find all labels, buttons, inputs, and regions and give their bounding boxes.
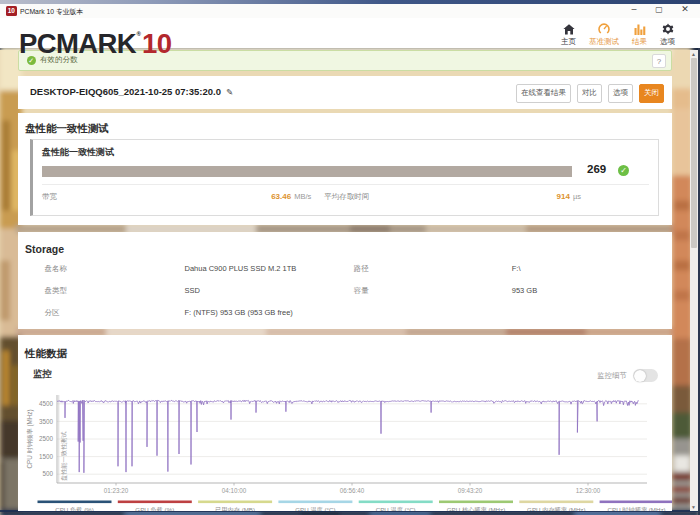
nav-benchmarks-label: 基准测试 — [589, 37, 619, 47]
storage-field-label: 容量 — [354, 286, 512, 296]
access-time-label: 平均存取时间 — [324, 192, 369, 202]
x-tick-label: 01:23:20 — [103, 487, 128, 494]
edit-icon[interactable]: ✎ — [226, 87, 233, 97]
access-time-unit: µs — [573, 192, 581, 201]
compare-button[interactable]: 对比 — [577, 84, 602, 103]
storage-card: Storage 盘名称Dahua C900 PLUS SSD M.2 1TB路径… — [18, 232, 673, 329]
y-tick-label: 2500 — [38, 435, 53, 442]
nav-benchmarks[interactable]: 基准测试 — [589, 23, 619, 47]
storage-field-label: 路径 — [354, 264, 512, 274]
legend-label[interactable]: CPU 温度 (°C) — [375, 506, 415, 512]
storage-row: 盘类型SSD容量953 GB — [45, 280, 664, 302]
result-title: DESKTOP-EIQQ605_2021-10-25 07:35:20.0✎ — [30, 86, 233, 97]
bandwidth-label: 带宽 — [42, 192, 57, 202]
score-bar — [42, 166, 572, 177]
performance-data-card: 性能数据 监控 监控细节 500150025003500450001:23:20… — [18, 335, 673, 511]
x-tick-label: 06:56:40 — [339, 487, 364, 494]
storage-field-label: 分区 — [45, 308, 185, 318]
legend-swatch[interactable] — [358, 501, 432, 504]
legend-label[interactable]: 已用内存 (MB) — [215, 506, 255, 512]
close-window-button[interactable]: ✕ — [677, 3, 693, 16]
storage-card-title: Storage — [25, 243, 64, 255]
options-button[interactable]: 选项 — [608, 84, 633, 103]
maximize-button[interactable]: ▢ — [651, 3, 667, 16]
bandwidth-stat: 带宽 63.46 MB/s — [42, 192, 324, 202]
legend-swatch[interactable] — [117, 501, 191, 504]
access-time-stat: 平均存取时间 914 µs — [324, 192, 649, 202]
benchmarks-icon — [598, 23, 610, 35]
storage-row: 盘名称Dahua C900 PLUS SSD M.2 1TB路径F:\ — [45, 258, 664, 280]
storage-field-value: F:\ — [512, 264, 521, 274]
storage-field: 路径F:\ — [354, 264, 663, 274]
storage-field: 容量953 GB — [354, 286, 663, 296]
legend-label[interactable]: GPU 负载 (%) — [135, 506, 174, 512]
help-button[interactable]: ? — [652, 54, 666, 68]
storage-info: 盘名称Dahua C900 PLUS SSD M.2 1TB路径F:\盘类型SS… — [45, 258, 664, 324]
legend-swatch[interactable] — [599, 501, 672, 504]
bandwidth-unit: MB/s — [294, 192, 311, 201]
main-nav: 主页基准测试结果选项 — [561, 23, 675, 47]
score-valid-icon: ✓ — [618, 165, 629, 176]
close-button[interactable]: 关闭 — [639, 84, 664, 103]
storage-field-value: 953 GB — [512, 286, 537, 296]
legend-label[interactable]: GPU 核心频率 (MHz) — [446, 506, 504, 512]
registered-mark: ® — [137, 31, 141, 37]
window-titlebar: 10 PCMark 10 专业版本 – ▢ ✕ — [0, 0, 700, 18]
access-time-value: 914 — [557, 192, 570, 201]
legend-swatch[interactable] — [519, 501, 593, 504]
bandwidth-value: 63.46 — [271, 192, 291, 201]
storage-field-value: F: (NTFS) 953 GB (953 GB free) — [185, 308, 293, 318]
nav-results-label: 结果 — [632, 37, 647, 47]
nav-options[interactable]: 选项 — [660, 23, 675, 47]
consistency-card-title: 盘性能一致性测试 — [25, 122, 109, 136]
storage-field: 盘名称Dahua C900 PLUS SSD M.2 1TB — [45, 264, 354, 274]
score-row: 269 ✓ — [42, 165, 649, 178]
scroll-down-arrow[interactable]: ▼ — [690, 504, 698, 510]
result-title-text: DESKTOP-EIQQ605_2021-10-25 07:35:20.0 — [30, 86, 221, 97]
logo-text: PCMARK — [19, 28, 136, 59]
scroll-up-arrow[interactable]: ▲ — [690, 51, 698, 57]
y-tick-label: 500 — [42, 470, 53, 477]
y-tick-label: 3500 — [38, 418, 53, 425]
nav-results[interactable]: 结果 — [632, 23, 647, 47]
results-icon — [634, 23, 646, 35]
monitoring-chart: 500150025003500450001:23:2004:10:0006:56… — [18, 335, 673, 511]
legend-swatch[interactable] — [439, 501, 513, 504]
legend-label[interactable]: GPU 内存频率 (MHz) — [527, 506, 585, 512]
storage-field-value: SSD — [185, 286, 200, 296]
storage-field-label: 盘名称 — [45, 264, 185, 274]
app-icon: 10 — [6, 6, 17, 17]
view-online-button[interactable]: 在线查看结果 — [516, 84, 571, 103]
app-header: PCMARK®10 主页基准测试结果选项 — [0, 18, 700, 48]
legend-swatch[interactable] — [278, 501, 352, 504]
nav-options-label: 选项 — [660, 37, 675, 47]
pcmark-window: 10 PCMark 10 专业版本 – ▢ ✕ PCMARK®10 主页基准测试… — [0, 0, 700, 515]
nav-home-label: 主页 — [561, 37, 576, 47]
storage-field-value: Dahua C900 PLUS SSD M.2 1TB — [185, 264, 297, 274]
logo-ten: 10 — [142, 28, 171, 59]
legend-swatch[interactable] — [198, 501, 272, 504]
window-top-border — [0, 0, 700, 4]
options-icon — [662, 23, 674, 35]
test-name: 盘性能一致性测试 — [42, 146, 114, 159]
minimize-button[interactable]: – — [626, 3, 642, 16]
y-tick-label: 1500 — [38, 453, 53, 460]
score-value: 269 — [587, 163, 606, 175]
legend-label[interactable]: CPU 负载 (%) — [55, 506, 94, 512]
y-tick-label: 4500 — [38, 400, 53, 407]
legend-label[interactable]: CPU 时钟频率 (MHz) — [607, 506, 665, 512]
nav-home[interactable]: 主页 — [561, 23, 576, 47]
window-title: PCMark 10 专业版本 — [20, 6, 83, 17]
pcmark-logo: PCMARK®10 — [19, 20, 171, 58]
x-tick-label: 12:30:00 — [575, 487, 600, 494]
vertical-scrollbar[interactable]: ▲ ▼ — [690, 50, 698, 512]
scrollbar-thumb[interactable] — [691, 58, 697, 248]
consistency-test-card: 盘性能一致性测试 盘性能一致性测试 269 ✓ 带宽 63.46 MB/s 平均… — [18, 113, 673, 225]
x-tick-label: 04:10:00 — [221, 487, 246, 494]
storage-row: 分区F: (NTFS) 953 GB (953 GB free) — [45, 302, 664, 324]
legend-label[interactable]: GPU 温度 (°C) — [295, 506, 335, 512]
test-stats: 带宽 63.46 MB/s 平均存取时间 914 µs — [42, 184, 649, 208]
y-axis-title: CPU 时钟频率 (MHz) — [26, 409, 34, 468]
legend-swatch[interactable] — [37, 501, 111, 504]
storage-field: 盘类型SSD — [45, 286, 354, 296]
